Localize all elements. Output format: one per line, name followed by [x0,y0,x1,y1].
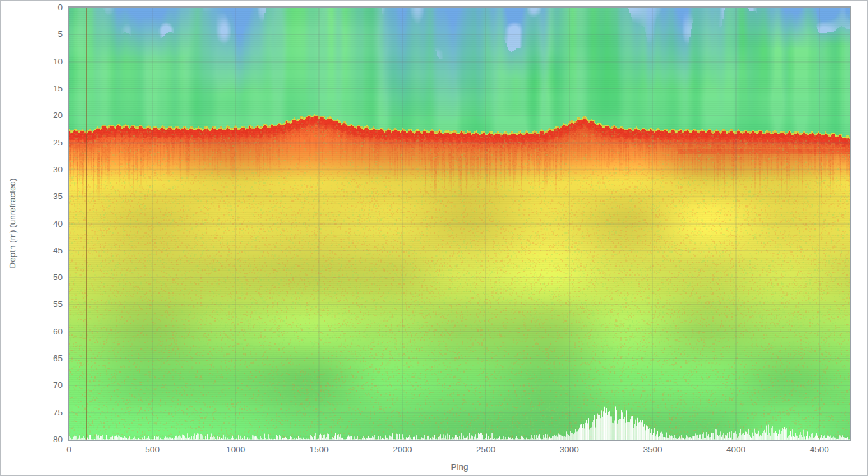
x-tick-label: 2000 [382,445,423,454]
x-tick-label: 3500 [632,445,673,454]
y-tick-label: 35 [34,191,63,202]
echogram-canvas[interactable] [69,8,850,440]
x-tick-label: 4500 [799,445,840,454]
y-tick-label: 70 [34,380,63,391]
y-tick-label: 65 [34,353,63,364]
x-tick-label: 500 [132,445,173,454]
echogram-window: Depth (m) (unrefracted) 0510152025303540… [0,0,868,476]
y-tick-label: 60 [34,326,63,338]
y-tick-label: 30 [34,164,63,175]
y-tick-label: 5 [34,29,63,40]
y-tick-label: 10 [34,56,63,68]
x-tick-label: 1000 [215,445,256,454]
x-tick-label: 2500 [465,445,506,454]
y-tick-label: 55 [34,299,63,310]
x-axis-title: Ping [69,462,850,472]
y-tick-label: 40 [34,218,63,230]
x-tick-label: 4000 [715,445,756,454]
y-axis-title: Depth (m) (unrefracted) [8,178,17,268]
y-tick-label: 45 [34,245,63,257]
x-tick-label: 3000 [549,445,590,454]
y-tick-label: 0 [34,2,63,13]
y-tick-label: 15 [34,83,63,94]
y-tick-label: 75 [34,407,63,419]
plot-area [68,6,851,441]
y-tick-label: 80 [34,434,63,445]
y-tick-label: 20 [34,110,63,121]
x-tick-label: 0 [49,445,89,454]
y-tick-label: 50 [34,272,63,283]
y-tick-label: 25 [34,137,63,149]
x-tick-label: 1500 [299,445,340,454]
